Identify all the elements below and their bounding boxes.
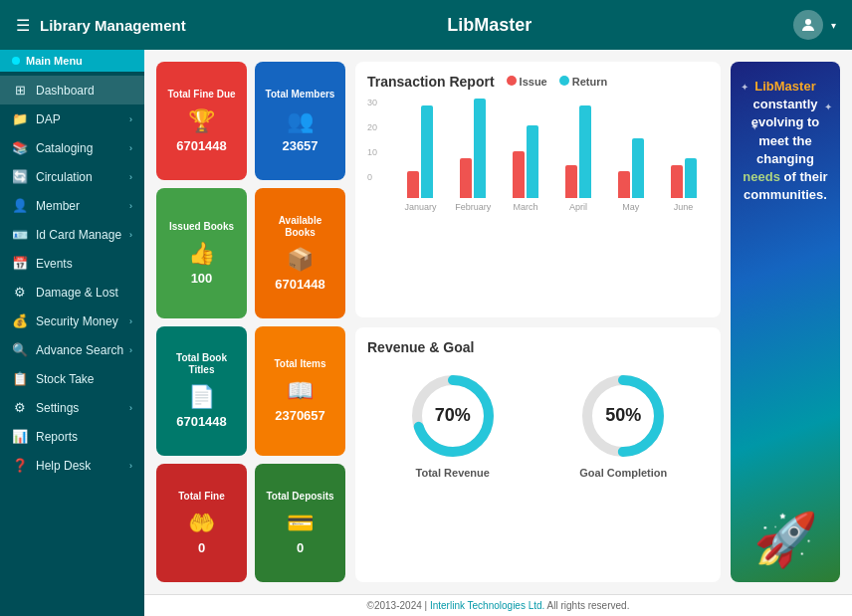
chevron-icon: ›	[129, 461, 132, 471]
member-icon: 👤	[12, 198, 28, 213]
stat-card-total-deposits[interactable]: Total Deposits 💳 0	[255, 464, 345, 582]
sidebar-item-helpdesk[interactable]: ❓Help Desk ›	[0, 451, 144, 480]
donut-area: 70% Total Revenue	[367, 363, 709, 487]
dap-icon: 📁	[12, 111, 28, 126]
stock-icon: 📋	[12, 371, 28, 386]
sidebar-item-settings[interactable]: ⚙Settings ›	[0, 393, 144, 422]
items-icon: 📖	[287, 378, 314, 404]
chart-legend: Issue Return	[507, 76, 608, 88]
header-right: ▾	[793, 10, 836, 40]
charts-area: Transaction Report Issue Return 3020100	[355, 62, 721, 582]
circulation-icon: 🔄	[12, 169, 28, 184]
chevron-icon: ›	[129, 230, 132, 240]
footer-link[interactable]: Interlink Technologies Ltd.	[430, 600, 544, 611]
security-icon: 💰	[12, 313, 28, 328]
bar-march: March	[501, 108, 551, 212]
goal-percent: 50%	[605, 405, 641, 426]
sidebar-item-dap[interactable]: 📁DAP ›	[0, 104, 144, 133]
stats-grid: Total Fine Due 🏆 6701448 Total Members 👥…	[156, 62, 345, 582]
chevron-icon: ›	[129, 403, 132, 413]
sidebar-menu-label: Main Menu	[0, 50, 144, 72]
book-titles-icon: 📄	[188, 384, 215, 410]
stat-card-total-members[interactable]: Total Members 👥 23657	[255, 62, 345, 180]
sidebar-item-circulation[interactable]: 🔄Circulation ›	[0, 162, 144, 191]
stat-card-total-fine-due[interactable]: Total Fine Due 🏆 6701448	[156, 62, 247, 180]
chevron-icon: ›	[129, 345, 132, 355]
promo-banner: ✦ ✦ ✦ LibMaster constantly evolving to m…	[731, 62, 840, 582]
sidebar-item-security[interactable]: 💰Security Money ›	[0, 307, 144, 335]
total-fine-icon: 🤲	[188, 511, 215, 536]
content-wrapper: Total Fine Due 🏆 6701448 Total Members 👥…	[144, 50, 852, 616]
stat-card-available-books[interactable]: Available Books 📦 6701448	[255, 188, 345, 318]
available-icon: 📦	[287, 247, 314, 273]
svg-point-0	[805, 19, 811, 25]
sidebar-item-search[interactable]: 🔍Advance Search ›	[0, 335, 144, 364]
bar-february: February	[448, 108, 499, 212]
chevron-down-icon: ▾	[831, 20, 836, 31]
main-content: Total Fine Due 🏆 6701448 Total Members 👥…	[144, 50, 852, 594]
members-icon: 👥	[287, 108, 314, 134]
sidebar-item-dashboard[interactable]: ⊞Dashboard	[0, 76, 144, 104]
content-inner: Total Fine Due 🏆 6701448 Total Members 👥…	[144, 50, 852, 594]
sidebar-item-idcard[interactable]: 🪪Id Card Manage ›	[0, 220, 144, 249]
sidebar: Main Menu ⊞Dashboard 📁DAP › 📚Cataloging …	[0, 50, 144, 616]
sidebar-item-stock[interactable]: 📋Stock Take	[0, 364, 144, 393]
stat-card-total-fine[interactable]: Total Fine 🤲 0	[156, 464, 247, 582]
sidebar-item-reports[interactable]: 📊Reports	[0, 422, 144, 451]
goal-label: Goal Completion	[579, 467, 667, 479]
stat-card-issued-books[interactable]: Issued Books 👍 100	[156, 188, 247, 318]
return-legend: Return	[559, 76, 607, 88]
app-title: Library Management	[40, 17, 186, 34]
header: ☰ Library Management LibMaster ▾	[0, 0, 852, 50]
issued-icon: 👍	[188, 241, 215, 267]
main-layout: Main Menu ⊞Dashboard 📁DAP › 📚Cataloging …	[0, 50, 852, 616]
banner-text: LibMaster constantly evolving to meet th…	[739, 78, 832, 204]
chevron-icon: ›	[129, 143, 132, 153]
revenue-label: Total Revenue	[416, 467, 490, 479]
idcard-icon: 🪪	[12, 227, 28, 242]
damage-icon: ⚙	[12, 285, 28, 300]
dot-icon	[12, 57, 20, 65]
reports-icon: 📊	[12, 429, 28, 444]
stat-card-book-titles[interactable]: Total Book Titles 📄 6701448	[156, 326, 247, 457]
transaction-chart-card: Transaction Report Issue Return 3020100	[355, 62, 721, 317]
chevron-icon: ›	[129, 172, 132, 182]
sidebar-item-events[interactable]: 📅Events	[0, 249, 144, 278]
footer: ©2013-2024 | Interlink Technologies Ltd.…	[144, 594, 852, 616]
star-icon-2: ✦	[824, 102, 832, 112]
sidebar-item-cataloging[interactable]: 📚Cataloging ›	[0, 133, 144, 162]
revenue-title: Revenue & Goal	[367, 339, 709, 355]
events-icon: 📅	[12, 256, 28, 271]
total-revenue-donut: 70% Total Revenue	[408, 371, 498, 479]
cataloging-icon: 📚	[12, 140, 28, 155]
settings-icon: ⚙	[12, 400, 28, 415]
chart-title: Transaction Report Issue Return	[367, 74, 709, 90]
deposits-icon: 💳	[287, 511, 314, 536]
user-avatar[interactable]	[793, 10, 823, 40]
revenue-chart-card: Revenue & Goal 70%	[355, 327, 721, 583]
goal-completion-donut: 50% Goal Completion	[578, 371, 668, 479]
stat-card-total-items[interactable]: Total Items 📖 2370657	[255, 326, 345, 457]
bar-april: April	[552, 108, 603, 212]
bar-june: June	[658, 108, 709, 212]
chevron-icon: ›	[129, 114, 132, 124]
bar-january: January	[395, 108, 446, 212]
fine-due-icon: 🏆	[188, 108, 215, 134]
issue-legend: Issue	[507, 76, 547, 88]
chevron-icon: ›	[129, 201, 132, 211]
sidebar-item-member[interactable]: 👤Member ›	[0, 191, 144, 220]
app-name: LibMaster	[447, 15, 532, 36]
dashboard-icon: ⊞	[12, 83, 28, 98]
help-icon: ❓	[12, 458, 28, 473]
search-icon: 🔍	[12, 342, 28, 357]
rocket-icon: 🚀	[753, 510, 818, 570]
hamburger-icon[interactable]: ☰	[16, 16, 30, 35]
revenue-percent: 70%	[435, 405, 471, 426]
header-left: ☰ Library Management	[16, 16, 186, 35]
sidebar-item-damage[interactable]: ⚙Damage & Lost	[0, 278, 144, 307]
star-icon-3: ✦	[750, 121, 758, 132]
chevron-icon: ›	[129, 316, 132, 326]
star-icon-1: ✦	[741, 82, 748, 93]
bar-may: May	[605, 108, 656, 212]
